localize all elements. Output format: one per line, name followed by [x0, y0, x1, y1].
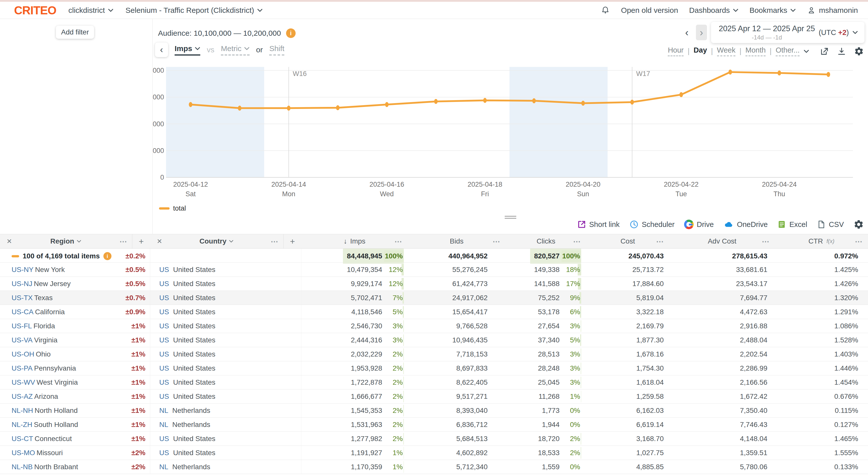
table-row[interactable]: US-CTConnecticut±1%USUnited States1,277,…	[0, 432, 868, 446]
prev-period-button[interactable]: ‹	[682, 25, 692, 40]
data-point[interactable]	[630, 100, 634, 105]
shift-compare-button[interactable]: Shift	[269, 44, 284, 56]
remove-country-column-button[interactable]: ✕	[157, 238, 162, 245]
country-cell[interactable]: NLNetherlands	[150, 404, 302, 417]
region-code-link[interactable]: NL-ZH	[11, 421, 32, 429]
dashboards-menu[interactable]: Dashboards	[689, 6, 738, 14]
table-row[interactable]: NL-NBNorth Brabant±2%NLNetherlands1,170,…	[0, 460, 868, 474]
granularity-other[interactable]: Other...	[776, 46, 800, 56]
region-code-link[interactable]: US-CT	[11, 435, 33, 443]
region-code-link[interactable]: US-MO	[11, 449, 35, 456]
region-cell[interactable]: NL-NHNorth Holland±1%	[0, 404, 150, 417]
traffic-trend-chart[interactable]: 8,000,0006,000,0004,000,0002,000,0000W16…	[153, 64, 868, 201]
country-code-link[interactable]: US	[159, 266, 169, 274]
country-code-link[interactable]: NL	[159, 463, 168, 471]
imps-header-cell[interactable]: ↓ Imps ⋯	[302, 234, 408, 248]
table-row[interactable]: US-VAVirginia±1%USUnited States2,444,316…	[0, 333, 868, 347]
adv-cost-column-menu[interactable]: ⋯	[762, 237, 770, 246]
data-point[interactable]	[238, 106, 242, 111]
country-code-link[interactable]: NL	[159, 421, 168, 429]
account-switcher[interactable]: clickdistrict	[68, 6, 114, 14]
country-code-link[interactable]: NL	[159, 407, 168, 415]
country-cell[interactable]: USUnited States	[150, 446, 302, 460]
region-cell[interactable]: NL-NBNorth Brabant±2%	[0, 460, 150, 474]
data-point[interactable]	[778, 70, 781, 75]
collapse-panel-button[interactable]: ‹	[155, 42, 168, 57]
country-code-link[interactable]: US	[159, 280, 169, 288]
country-cell[interactable]: USUnited States	[150, 263, 302, 277]
region-cell[interactable]: US-CACalifornia±0.9%	[0, 305, 150, 319]
region-code-link[interactable]: NL-NB	[11, 463, 33, 471]
granularity-day[interactable]: Day	[694, 46, 707, 56]
country-cell[interactable]: USUnited States	[150, 432, 302, 446]
next-period-button[interactable]: ›	[696, 25, 707, 40]
data-point[interactable]	[827, 72, 830, 77]
region-cell[interactable]: US-PAPennsylvania±1%	[0, 361, 150, 375]
cost-column-menu[interactable]: ⋯	[656, 237, 664, 246]
region-code-link[interactable]: US-CA	[11, 308, 33, 316]
country-cell[interactable]: USUnited States	[150, 361, 302, 375]
audience-info-icon[interactable]: i	[286, 28, 296, 38]
table-settings-gear-icon[interactable]	[854, 219, 864, 230]
add-filter-button[interactable]: Add filter	[56, 26, 94, 39]
table-row[interactable]: US-PAPennsylvania±1%USUnited States1,953…	[0, 361, 868, 375]
date-range-picker[interactable]: 2025 Apr 12 — 2025 Apr 25 -14d — -1d (UT…	[711, 22, 865, 43]
data-point[interactable]	[483, 98, 487, 103]
country-cell[interactable]: USUnited States	[150, 291, 302, 305]
region-code-link[interactable]: US-AZ	[11, 392, 33, 400]
region-cell[interactable]: US-VAVirginia±1%	[0, 333, 150, 347]
data-point[interactable]	[385, 102, 389, 107]
remove-region-column-button[interactable]: ✕	[6, 238, 12, 245]
region-code-link[interactable]: US-PA	[11, 364, 33, 372]
region-cell[interactable]: US-OHOhio±1%	[0, 347, 150, 361]
table-row[interactable]: 100 of 4,169 total itemsi±0.2%84,448,945…	[0, 249, 868, 263]
csv-export-button[interactable]: CSV	[817, 220, 844, 229]
region-cell[interactable]: US-NYNew York±0.5%	[0, 263, 150, 277]
country-code-link[interactable]: US	[159, 364, 169, 372]
country-cell[interactable]: USUnited States	[150, 389, 302, 403]
onedrive-export-button[interactable]: OneDrive	[723, 219, 768, 230]
google-drive-export-button[interactable]: Drive	[684, 220, 714, 229]
country-cell[interactable]: USUnited States	[150, 277, 302, 291]
country-column-header[interactable]: Country	[199, 237, 234, 245]
granularity-week[interactable]: Week	[717, 46, 736, 56]
region-cell[interactable]: NL-ZHSouth Holland±1%	[0, 418, 150, 432]
country-cell[interactable]: USUnited States	[150, 319, 302, 333]
report-switcher[interactable]: Selenium - Traffic Report (Clickdistrict…	[126, 6, 263, 14]
country-code-link[interactable]: US	[159, 350, 169, 358]
granularity-month[interactable]: Month	[745, 46, 766, 56]
imps-column-menu[interactable]: ⋯	[395, 237, 403, 246]
country-code-link[interactable]: US	[159, 336, 169, 344]
region-cell[interactable]: US-TXTexas±0.7%	[0, 291, 150, 305]
country-code-link[interactable]: US	[159, 322, 169, 330]
compare-metric-dropdown[interactable]: Metric	[221, 44, 250, 56]
region-cell[interactable]: US-CTConnecticut±1%	[0, 432, 150, 446]
region-code-link[interactable]: US-OH	[11, 350, 34, 358]
country-code-link[interactable]: US	[159, 449, 169, 457]
chart-resize-handle[interactable]	[505, 215, 516, 220]
clicks-header-cell[interactable]: Clicks ⋯	[506, 234, 586, 248]
data-point[interactable]	[336, 105, 340, 110]
table-row[interactable]: US-AZArizona±1%USUnited States1,666,6772…	[0, 389, 868, 404]
region-column-header[interactable]: Region	[50, 237, 81, 245]
cost-header-cell[interactable]: Cost ⋯	[586, 234, 669, 248]
ctr-header-cell[interactable]: CTR f(x) ⋯	[775, 234, 868, 248]
table-row[interactable]: US-OHOhio±1%USUnited States2,032,2292%7,…	[0, 347, 868, 361]
table-row[interactable]: US-FLFlorida±1%USUnited States2,546,7303…	[0, 319, 868, 333]
region-code-link[interactable]: US-VA	[11, 336, 33, 344]
country-cell[interactable]: USUnited States	[150, 333, 302, 347]
region-cell[interactable]: US-MOMissouri±2%	[0, 446, 150, 460]
table-row[interactable]: US-MOMissouri±2%USUnited States1,191,927…	[0, 446, 868, 460]
data-point[interactable]	[582, 101, 585, 106]
ctr-column-menu[interactable]: ⋯	[855, 237, 863, 246]
short-link-button[interactable]: Short link	[577, 220, 620, 229]
bids-column-menu[interactable]: ⋯	[493, 237, 501, 246]
country-code-link[interactable]: US	[159, 435, 169, 443]
region-cell[interactable]: US-NJNew Jersey±0.5%	[0, 277, 150, 291]
data-point[interactable]	[287, 106, 290, 111]
region-cell[interactable]: US-AZArizona±1%	[0, 389, 150, 403]
table-row[interactable]: NL-ZHSouth Holland±1%NLNetherlands1,531,…	[0, 418, 868, 432]
data-point[interactable]	[189, 102, 192, 107]
country-code-link[interactable]: US	[159, 392, 169, 401]
chart-settings-gear-icon[interactable]	[854, 46, 864, 56]
